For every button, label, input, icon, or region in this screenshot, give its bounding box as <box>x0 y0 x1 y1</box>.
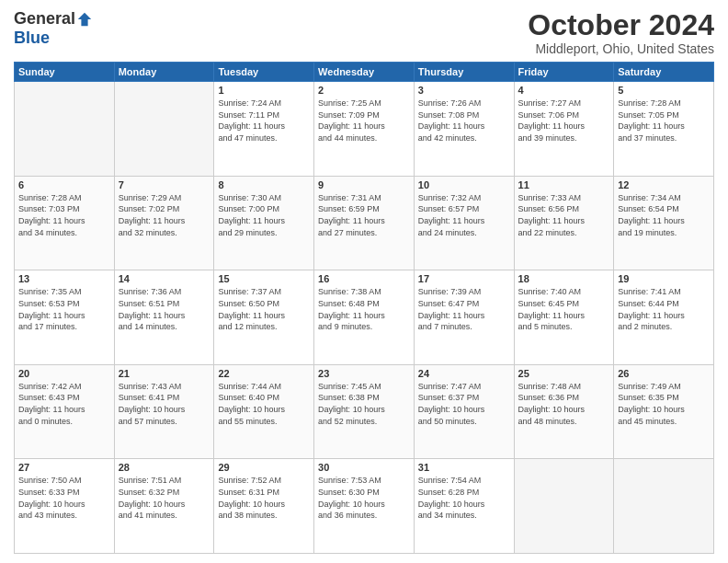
day-info-28: Sunrise: 7:51 AM Sunset: 6:32 PM Dayligh… <box>119 475 210 521</box>
calendar-cell-w4-d5: 24Sunrise: 7:47 AM Sunset: 6:37 PM Dayli… <box>414 364 514 459</box>
header-saturday: Saturday <box>614 63 714 82</box>
day-info-26: Sunrise: 7:49 AM Sunset: 6:35 PM Dayligh… <box>618 381 710 427</box>
calendar-cell-w3-d6: 18Sunrise: 7:40 AM Sunset: 6:45 PM Dayli… <box>514 270 614 365</box>
day-info-30: Sunrise: 7:53 AM Sunset: 6:30 PM Dayligh… <box>318 475 410 521</box>
calendar-cell-w5-d5: 31Sunrise: 7:54 AM Sunset: 6:28 PM Dayli… <box>414 459 514 554</box>
day-info-23: Sunrise: 7:45 AM Sunset: 6:38 PM Dayligh… <box>318 381 410 427</box>
day-info-27: Sunrise: 7:50 AM Sunset: 6:33 PM Dayligh… <box>18 475 110 521</box>
day-info-5: Sunrise: 7:28 AM Sunset: 7:05 PM Dayligh… <box>618 98 710 144</box>
day-info-24: Sunrise: 7:47 AM Sunset: 6:37 PM Dayligh… <box>418 381 510 427</box>
logo: General Blue <box>14 9 93 48</box>
calendar-cell-w4-d4: 23Sunrise: 7:45 AM Sunset: 6:38 PM Dayli… <box>314 364 415 459</box>
day-number-28: 28 <box>119 462 210 473</box>
calendar-cell-w4-d7: 26Sunrise: 7:49 AM Sunset: 6:35 PM Dayli… <box>614 364 714 459</box>
day-number-3: 3 <box>418 85 510 96</box>
calendar-cell-w2-d2: 7Sunrise: 7:29 AM Sunset: 7:02 PM Daylig… <box>114 176 214 270</box>
calendar-cell-w4-d3: 22Sunrise: 7:44 AM Sunset: 6:40 PM Dayli… <box>214 364 314 459</box>
calendar-cell-w4-d2: 21Sunrise: 7:43 AM Sunset: 6:41 PM Dayli… <box>114 364 214 459</box>
day-info-18: Sunrise: 7:40 AM Sunset: 6:45 PM Dayligh… <box>518 286 610 332</box>
day-info-14: Sunrise: 7:36 AM Sunset: 6:51 PM Dayligh… <box>119 286 210 332</box>
logo-icon <box>76 11 93 28</box>
logo-general-text: General <box>14 9 75 29</box>
calendar-cell-w2-d3: 8Sunrise: 7:30 AM Sunset: 7:00 PM Daylig… <box>214 176 314 270</box>
calendar-cell-w1-d4: 2Sunrise: 7:25 AM Sunset: 7:09 PM Daylig… <box>314 82 415 177</box>
calendar-cell-w5-d1: 27Sunrise: 7:50 AM Sunset: 6:33 PM Dayli… <box>15 459 115 554</box>
day-info-22: Sunrise: 7:44 AM Sunset: 6:40 PM Dayligh… <box>218 381 310 427</box>
day-info-4: Sunrise: 7:27 AM Sunset: 7:06 PM Dayligh… <box>518 98 610 144</box>
day-number-21: 21 <box>119 368 210 379</box>
calendar-cell-w2-d1: 6Sunrise: 7:28 AM Sunset: 7:03 PM Daylig… <box>15 176 115 270</box>
day-number-19: 19 <box>618 273 710 284</box>
calendar-cell-w1-d1 <box>15 82 115 177</box>
day-number-6: 6 <box>18 179 110 190</box>
header-monday: Monday <box>114 63 214 82</box>
day-info-3: Sunrise: 7:26 AM Sunset: 7:08 PM Dayligh… <box>418 98 510 144</box>
day-info-7: Sunrise: 7:29 AM Sunset: 7:02 PM Dayligh… <box>119 192 210 238</box>
calendar-cell-w3-d5: 17Sunrise: 7:39 AM Sunset: 6:47 PM Dayli… <box>414 270 514 365</box>
day-info-13: Sunrise: 7:35 AM Sunset: 6:53 PM Dayligh… <box>18 286 110 332</box>
header: General Blue October 2024 Middleport, Oh… <box>14 9 714 56</box>
day-number-25: 25 <box>518 368 610 379</box>
day-number-15: 15 <box>218 273 310 284</box>
day-number-10: 10 <box>418 179 510 190</box>
calendar-cell-w3-d3: 15Sunrise: 7:37 AM Sunset: 6:50 PM Dayli… <box>214 270 314 365</box>
day-number-24: 24 <box>418 368 510 379</box>
calendar-table: Sunday Monday Tuesday Wednesday Thursday… <box>14 62 714 554</box>
title-block: October 2024 Middleport, Ohio, United St… <box>528 9 714 56</box>
header-tuesday: Tuesday <box>214 63 314 82</box>
week-row-2: 6Sunrise: 7:28 AM Sunset: 7:03 PM Daylig… <box>15 176 714 270</box>
day-number-26: 26 <box>618 368 710 379</box>
day-info-10: Sunrise: 7:32 AM Sunset: 6:57 PM Dayligh… <box>418 192 510 238</box>
day-info-8: Sunrise: 7:30 AM Sunset: 7:00 PM Dayligh… <box>218 192 310 238</box>
day-number-17: 17 <box>418 273 510 284</box>
header-thursday: Thursday <box>414 63 514 82</box>
day-info-11: Sunrise: 7:33 AM Sunset: 6:56 PM Dayligh… <box>518 192 610 238</box>
calendar-cell-w5-d6 <box>514 459 614 554</box>
calendar-cell-w3-d4: 16Sunrise: 7:38 AM Sunset: 6:48 PM Dayli… <box>314 270 415 365</box>
day-info-6: Sunrise: 7:28 AM Sunset: 7:03 PM Dayligh… <box>18 192 110 238</box>
calendar-cell-w2-d5: 10Sunrise: 7:32 AM Sunset: 6:57 PM Dayli… <box>414 176 514 270</box>
calendar-cell-w1-d6: 4Sunrise: 7:27 AM Sunset: 7:06 PM Daylig… <box>514 82 614 177</box>
day-number-11: 11 <box>518 179 610 190</box>
day-number-31: 31 <box>418 462 510 473</box>
calendar-cell-w5-d3: 29Sunrise: 7:52 AM Sunset: 6:31 PM Dayli… <box>214 459 314 554</box>
day-number-12: 12 <box>618 179 710 190</box>
day-number-7: 7 <box>119 179 210 190</box>
weekday-header-row: Sunday Monday Tuesday Wednesday Thursday… <box>15 63 714 82</box>
day-number-9: 9 <box>318 179 410 190</box>
day-info-1: Sunrise: 7:24 AM Sunset: 7:11 PM Dayligh… <box>218 98 310 144</box>
calendar-cell-w3-d7: 19Sunrise: 7:41 AM Sunset: 6:44 PM Dayli… <box>614 270 714 365</box>
day-number-30: 30 <box>318 462 410 473</box>
day-number-20: 20 <box>18 368 110 379</box>
header-sunday: Sunday <box>15 63 115 82</box>
day-info-29: Sunrise: 7:52 AM Sunset: 6:31 PM Dayligh… <box>218 475 310 521</box>
day-info-25: Sunrise: 7:48 AM Sunset: 6:36 PM Dayligh… <box>518 381 610 427</box>
month-title: October 2024 <box>528 9 714 41</box>
calendar-cell-w1-d7: 5Sunrise: 7:28 AM Sunset: 7:05 PM Daylig… <box>614 82 714 177</box>
day-info-15: Sunrise: 7:37 AM Sunset: 6:50 PM Dayligh… <box>218 286 310 332</box>
day-info-31: Sunrise: 7:54 AM Sunset: 6:28 PM Dayligh… <box>418 475 510 521</box>
week-row-1: 1Sunrise: 7:24 AM Sunset: 7:11 PM Daylig… <box>15 82 714 177</box>
day-info-17: Sunrise: 7:39 AM Sunset: 6:47 PM Dayligh… <box>418 286 510 332</box>
week-row-5: 27Sunrise: 7:50 AM Sunset: 6:33 PM Dayli… <box>15 459 714 554</box>
calendar-cell-w1-d5: 3Sunrise: 7:26 AM Sunset: 7:08 PM Daylig… <box>414 82 514 177</box>
calendar-cell-w5-d2: 28Sunrise: 7:51 AM Sunset: 6:32 PM Dayli… <box>114 459 214 554</box>
day-number-5: 5 <box>618 85 710 96</box>
page: General Blue October 2024 Middleport, Oh… <box>0 0 728 563</box>
day-info-9: Sunrise: 7:31 AM Sunset: 6:59 PM Dayligh… <box>318 192 410 238</box>
day-number-22: 22 <box>218 368 310 379</box>
day-info-21: Sunrise: 7:43 AM Sunset: 6:41 PM Dayligh… <box>119 381 210 427</box>
day-number-29: 29 <box>218 462 310 473</box>
day-number-16: 16 <box>318 273 410 284</box>
day-number-18: 18 <box>518 273 610 284</box>
calendar-cell-w4-d6: 25Sunrise: 7:48 AM Sunset: 6:36 PM Dayli… <box>514 364 614 459</box>
header-wednesday: Wednesday <box>314 63 415 82</box>
day-number-4: 4 <box>518 85 610 96</box>
calendar-cell-w2-d6: 11Sunrise: 7:33 AM Sunset: 6:56 PM Dayli… <box>514 176 614 270</box>
calendar-cell-w5-d7 <box>614 459 714 554</box>
calendar-cell-w4-d1: 20Sunrise: 7:42 AM Sunset: 6:43 PM Dayli… <box>15 364 115 459</box>
day-info-12: Sunrise: 7:34 AM Sunset: 6:54 PM Dayligh… <box>618 192 710 238</box>
week-row-3: 13Sunrise: 7:35 AM Sunset: 6:53 PM Dayli… <box>15 270 714 365</box>
header-friday: Friday <box>514 63 614 82</box>
day-number-13: 13 <box>18 273 110 284</box>
